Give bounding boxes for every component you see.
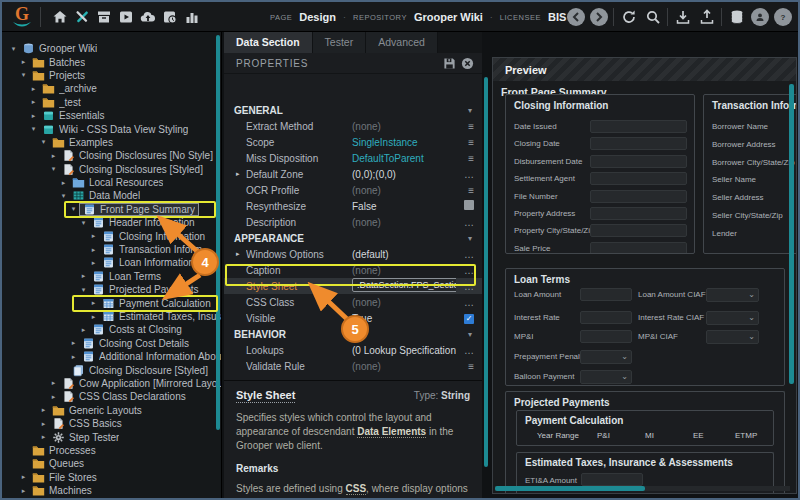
- expander-closed-icon[interactable]: ▸: [88, 232, 99, 240]
- expander-closed-icon[interactable]: ▸: [18, 473, 29, 481]
- tree-item-css-basics[interactable]: ▸CSS Basics: [2, 417, 221, 430]
- css-link[interactable]: CSS: [346, 483, 367, 495]
- tree-item-essentials[interactable]: ▸Essentials: [2, 109, 221, 122]
- save-icon[interactable]: [443, 57, 456, 70]
- expander-closed-icon[interactable]: ▸: [38, 433, 49, 441]
- chevron-down-icon[interactable]: ▾: [468, 330, 472, 339]
- tree-scrollbar[interactable]: [216, 35, 220, 430]
- preview-vertical-scrollbar[interactable]: [789, 84, 794, 384]
- text-input[interactable]: [580, 330, 632, 343]
- property-row-resynthesize[interactable]: ResynthesizeFalse: [224, 198, 482, 214]
- search-icon[interactable]: [643, 8, 662, 27]
- tab-data-section[interactable]: Data Section: [224, 32, 313, 53]
- dropdown-balloon-payment[interactable]: ⌄: [580, 370, 632, 384]
- user-icon[interactable]: [751, 8, 769, 26]
- back-icon[interactable]: [567, 8, 585, 26]
- tree-item-archive[interactable]: ▸_archive: [2, 82, 221, 95]
- dropdown-loan-amount-ciaf[interactable]: ⌄: [706, 288, 759, 302]
- expander-open-icon[interactable]: ▾: [68, 205, 79, 213]
- expander-closed-icon[interactable]: ▸: [28, 98, 39, 106]
- rules-link[interactable]: rules: [364, 497, 388, 498]
- upload-icon[interactable]: [697, 8, 716, 27]
- tree-item-closing-disclosures-no-style[interactable]: ▸Closing Disclosures [No Style]: [2, 149, 221, 162]
- property-row-scope[interactable]: ScopeSingleInstance≡: [224, 134, 482, 150]
- tree-item-step-tester[interactable]: ▸Step Tester: [2, 430, 221, 443]
- property-row-extract-method[interactable]: Extract Method(none)≡: [224, 118, 482, 134]
- tree-item-grooper-wiki[interactable]: ▾Grooper Wiki: [2, 42, 221, 55]
- expander-open-icon[interactable]: ▾: [58, 192, 69, 200]
- tree-item-examples[interactable]: ▾Examples: [2, 136, 221, 149]
- section-header-general[interactable]: GENERAL▾: [224, 102, 482, 118]
- tree-item-loan-information[interactable]: ▸Loan Information: [2, 256, 221, 269]
- text-input[interactable]: [580, 288, 632, 301]
- checkbox-unchecked[interactable]: [464, 200, 474, 210]
- tree-item-test[interactable]: ▸_test: [2, 96, 221, 109]
- database-icon[interactable]: [727, 8, 746, 27]
- property-row-ocr-profile[interactable]: OCR Profile(none)≡: [224, 182, 482, 198]
- page-value[interactable]: Design: [299, 11, 336, 23]
- ellipsis-button[interactable]: …: [456, 249, 474, 260]
- tree-item-machines[interactable]: ▸Machines: [2, 484, 221, 497]
- etia-amount-input[interactable]: [581, 473, 643, 486]
- expander-closed-icon[interactable]: ▸: [48, 393, 59, 401]
- text-input[interactable]: [590, 242, 687, 254]
- scheduled-activity-icon[interactable]: [160, 8, 179, 27]
- expander-closed-icon[interactable]: ▸: [68, 339, 79, 347]
- expander-closed-icon[interactable]: ▸: [18, 487, 29, 495]
- tree-item-front-page-summary[interactable]: ▾Front Page Summary: [2, 203, 221, 216]
- expander-closed-icon[interactable]: ▸: [68, 353, 79, 361]
- tab-tester[interactable]: Tester: [313, 32, 367, 53]
- checkbox-checked[interactable]: ✓: [464, 314, 474, 324]
- ellipsis-button[interactable]: …: [456, 265, 474, 276]
- tree-item-closing-disclosure-styled[interactable]: Closing Disclosure [Styled]: [2, 363, 221, 376]
- help-icon[interactable]: ?: [774, 8, 792, 26]
- expander-open-icon[interactable]: ▾: [28, 125, 39, 133]
- preview-horizontal-scrollbar[interactable]: [495, 486, 645, 491]
- tree-item-header-information[interactable]: ▾Header Information: [2, 216, 221, 229]
- tree-item-css-class-declarations[interactable]: ▸CSS Class Declarations: [2, 390, 221, 403]
- tree-item-closing-cost-details[interactable]: ▸Closing Cost Details: [2, 337, 221, 350]
- tree-item-batches[interactable]: ▸Batches: [2, 55, 221, 68]
- chevron-down-icon[interactable]: ▾: [468, 234, 472, 243]
- expander-closed-icon[interactable]: ▸: [88, 259, 99, 267]
- properties-scrollbar[interactable]: [484, 77, 488, 467]
- property-row-caption[interactable]: Caption(none)…: [224, 262, 482, 278]
- tree-item-data-model[interactable]: ▾Data Model: [2, 189, 221, 202]
- expander-closed-icon[interactable]: ▸: [78, 326, 89, 334]
- expander-closed-icon[interactable]: ▸: [48, 379, 59, 387]
- ellipsis-button[interactable]: …: [456, 297, 474, 308]
- chevron-down-icon[interactable]: ▾: [468, 106, 472, 115]
- tree-item-estimated-taxes-insuran[interactable]: ▸Estimated Taxes, Insuran: [2, 310, 221, 323]
- property-row-css-class[interactable]: CSS Class(none)…: [224, 294, 482, 310]
- tree-item-additional-information-about[interactable]: ▸Additional Information About: [2, 350, 221, 363]
- tree-item-cow-application-mirrored-layout[interactable]: ▸Cow Application [Mirrored Layout]: [2, 377, 221, 390]
- ellipsis-button[interactable]: …: [456, 169, 474, 180]
- tree-item-processes[interactable]: Processes: [2, 444, 221, 457]
- tree-item-closing-disclosures-styled[interactable]: ▾Closing Disclosures [Styled]: [2, 163, 221, 176]
- property-row-default-zone[interactable]: ▸Default Zone(0,0);(0,0)…: [224, 166, 482, 182]
- dropdown-mp-i-ciaf[interactable]: ⌄: [706, 330, 759, 344]
- forward-icon[interactable]: [590, 8, 608, 26]
- expander-closed-icon[interactable]: ▸: [28, 85, 39, 93]
- download-icon[interactable]: [673, 8, 692, 27]
- tree-item-projects[interactable]: ▾Projects: [2, 69, 221, 82]
- menu-icon[interactable]: ≡: [456, 153, 474, 164]
- expander-open-icon[interactable]: ▾: [38, 138, 49, 146]
- tree-item-wiki-css-data-view-styling[interactable]: ▾Wiki - CSS Data View Styling: [2, 122, 221, 135]
- stats-icon[interactable]: [182, 8, 201, 27]
- expander-open-icon[interactable]: ▾: [18, 71, 29, 79]
- property-row-miss-disposition[interactable]: Miss DispositionDefaultToParent≡: [224, 150, 482, 166]
- batch-process-icon[interactable]: [116, 8, 135, 27]
- property-value[interactable]: .DataSection.FPS_Sectio...: [352, 278, 456, 292]
- text-input[interactable]: [590, 207, 687, 220]
- tree-item-local-resources[interactable]: ▸Local Resources: [2, 176, 221, 189]
- expander-closed-icon[interactable]: ▸: [58, 179, 69, 187]
- close-icon[interactable]: [461, 57, 474, 70]
- refresh-icon[interactable]: [619, 8, 638, 27]
- expander-closed-icon[interactable]: ▸: [38, 420, 49, 428]
- property-row-windows-options[interactable]: ▸Windows Options(default)…: [224, 246, 482, 262]
- menu-icon[interactable]: ≡: [456, 361, 474, 372]
- expander-closed-icon[interactable]: ▸: [236, 250, 246, 258]
- expander-open-icon[interactable]: ▾: [78, 219, 89, 227]
- expander-closed-icon[interactable]: ▸: [88, 299, 99, 307]
